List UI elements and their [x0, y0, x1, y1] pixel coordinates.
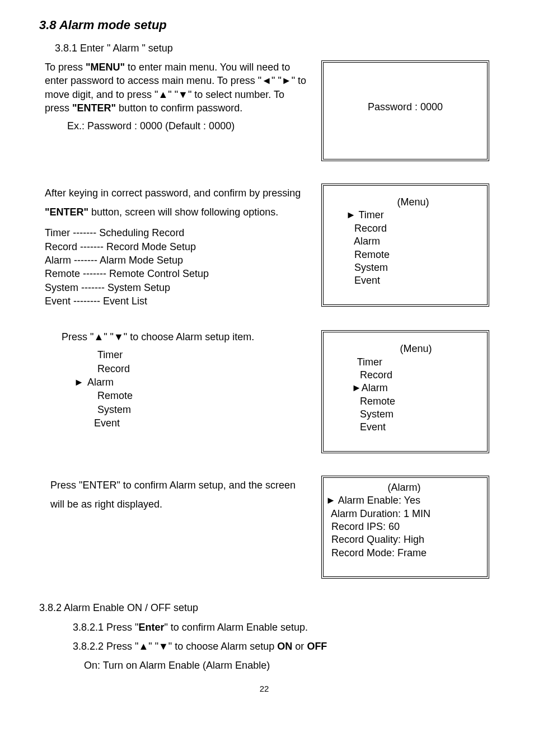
- screen-password: Password : 0000: [321, 60, 489, 161]
- menu-title: (Menu): [346, 196, 480, 209]
- screen-menu-alarm: (Menu) Timer Record ►Alarm Remote System…: [321, 330, 489, 453]
- subheading-3-8-1: 3.8.1 Enter " Alarm " setup: [55, 41, 489, 55]
- text-left: Press "▲" "▼" to choose Alarm setup item…: [39, 330, 310, 430]
- text-enter-bold: "ENTER": [45, 206, 88, 218]
- block-alarm-screen: Press "ENTER" to confirm Alarm setup, an…: [39, 476, 489, 579]
- list-item: Record: [84, 362, 310, 375]
- page-number: 22: [39, 683, 489, 694]
- menu-item: Remote: [346, 248, 480, 261]
- screen-box-menu1: (Menu) ► Timer Record Alarm Remote Syste…: [321, 184, 489, 307]
- inline-menu-list: Timer Record ►Alarm Remote System Event: [84, 348, 310, 430]
- list-item: Record ------- Record Mode Setup: [45, 240, 310, 253]
- menu-item: Record: [346, 222, 480, 235]
- para-choose-alarm: Press "▲" "▼" to choose Alarm setup item…: [62, 330, 310, 344]
- menu-item: Event: [352, 421, 480, 434]
- text-part: or: [292, 641, 307, 652]
- text-left: After keying in correct password, and co…: [45, 184, 310, 308]
- menu-item: ► Timer: [346, 209, 480, 222]
- screen-alarm: (Alarm) ► Alarm Enable: Yes Alarm Durati…: [321, 476, 489, 579]
- para-enter-menu: To press "MENU" to enter main menu. You …: [45, 60, 310, 115]
- screen-mainmenu: (Menu) ► Timer Record Alarm Remote Syste…: [321, 184, 489, 307]
- text-part: 3.8.2.1 Press ": [73, 622, 138, 633]
- alarm-line: Alarm Duration: 1 MIN: [326, 508, 483, 520]
- sub-3-8-2-1: 3.8.2.1 Press "Enter" to confirm Alarm E…: [73, 621, 489, 634]
- menu-items: ► Timer Record Alarm Remote System Event: [346, 209, 480, 287]
- list-item: Alarm ------- Alarm Mode Setup: [45, 253, 310, 267]
- list-item: System: [84, 403, 310, 416]
- list-item: System ------- System Setup: [45, 281, 310, 294]
- menu-item: ►Alarm: [352, 382, 480, 395]
- para-confirm-alarm: Press "ENTER" to confirm Alarm setup, an…: [50, 476, 310, 514]
- section-heading: 3.8 Alarm mode setup: [39, 17, 489, 34]
- menu-item: System: [346, 261, 480, 274]
- block-mainmenu: After keying in correct password, and co…: [39, 184, 489, 308]
- text-part: After keying in correct password, and co…: [45, 187, 301, 199]
- text-enter-bold: "ENTER": [72, 102, 116, 114]
- block-choose-alarm: Press "▲" "▼" to choose Alarm setup item…: [39, 330, 489, 453]
- list-item: Remote ------- Remote Control Setup: [45, 267, 310, 280]
- text-menu-bold: "MENU": [86, 62, 125, 73]
- text-part: " to confirm Alarm Enable setup.: [164, 622, 308, 633]
- alarm-line: Record IPS: 60: [326, 520, 483, 533]
- text-part: button, screen will show following optio…: [88, 206, 278, 218]
- menu-items: Timer Record ►Alarm Remote System Event: [352, 356, 480, 434]
- text-left: Press "ENTER" to confirm Alarm setup, an…: [50, 476, 310, 518]
- alarm-line: Record Quality: High: [326, 533, 483, 546]
- screen-box-password: Password : 0000: [321, 60, 489, 161]
- list-item: Remote: [84, 389, 310, 402]
- alarm-lines: ► Alarm Enable: Yes Alarm Duration: 1 MI…: [326, 494, 483, 560]
- menu-item: Alarm: [346, 235, 480, 248]
- text-left: To press "MENU" to enter main menu. You …: [45, 60, 310, 137]
- block-password: To press "MENU" to enter main menu. You …: [39, 60, 489, 161]
- on-description: On: Turn on Alarm Enable (Alarm Enable): [84, 659, 489, 672]
- screen-box-menu2: (Menu) Timer Record ►Alarm Remote System…: [321, 330, 489, 453]
- text-part: 3.8.2.2 Press "▲" "▼" to choose Alarm se…: [73, 641, 277, 652]
- menu-option-list: Timer ------- Scheduling Record Record -…: [45, 226, 310, 308]
- list-item: Event: [81, 416, 310, 430]
- subheading-3-8-2: 3.8.2 Alarm Enable ON / OFF setup: [39, 601, 489, 614]
- list-item: Event -------- Event List: [45, 294, 310, 308]
- menu-item: Record: [352, 369, 480, 382]
- text-part: To press: [45, 62, 86, 73]
- alarm-line: Record Mode: Frame: [326, 547, 483, 560]
- list-item: ►Alarm: [74, 375, 310, 389]
- text-part: button to confirm password.: [116, 102, 242, 114]
- para-example-password: Ex.: Password : 0000 (Default : 0000): [67, 119, 310, 133]
- menu-title: (Menu): [352, 342, 480, 355]
- screen-box-alarm: (Alarm) ► Alarm Enable: Yes Alarm Durati…: [321, 476, 489, 579]
- text-off-bold: OFF: [307, 641, 327, 652]
- menu-item: Event: [346, 274, 480, 287]
- alarm-line: ► Alarm Enable: Yes: [326, 494, 483, 507]
- menu-item: Timer: [352, 356, 480, 369]
- sub-3-8-2-2: 3.8.2.2 Press "▲" "▼" to choose Alarm se…: [73, 640, 489, 653]
- list-item: Timer: [84, 348, 310, 361]
- text-on-bold: ON: [277, 641, 292, 652]
- para-after-password: After keying in correct password, and co…: [45, 184, 310, 222]
- password-line: Password : 0000: [330, 101, 480, 114]
- list-item: Timer ------- Scheduling Record: [45, 226, 310, 240]
- alarm-title: (Alarm): [326, 481, 483, 494]
- menu-item: Remote: [352, 395, 480, 408]
- text-enter-bold: Enter: [138, 622, 164, 633]
- menu-item: System: [352, 408, 480, 421]
